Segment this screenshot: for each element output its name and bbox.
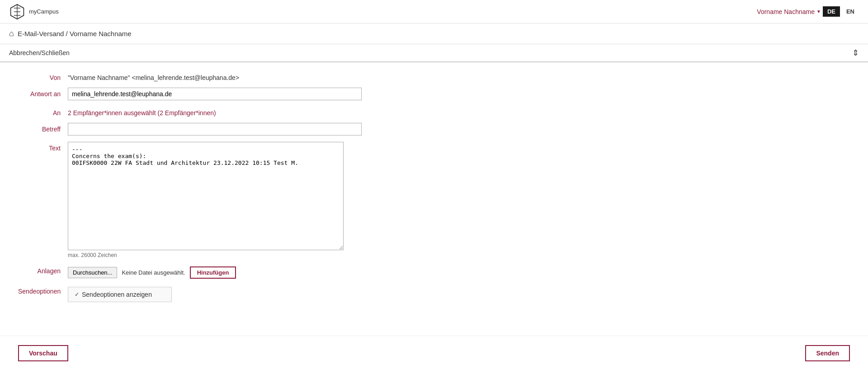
antwort-input[interactable] bbox=[68, 88, 362, 100]
bottom-actions: Vorschau Senden bbox=[0, 336, 868, 369]
chevron-down-icon: ✓ bbox=[75, 291, 79, 298]
brand-text: myCampus bbox=[29, 8, 59, 15]
sendeoptionen-wrapper: ✓ Sendeoptionen anzeigen bbox=[68, 285, 172, 302]
resize-icon[interactable]: ⇕ bbox=[852, 48, 859, 58]
sendeoptionen-toggle-button[interactable]: ✓ Sendeoptionen anzeigen bbox=[68, 287, 172, 302]
betreff-input[interactable] bbox=[68, 123, 362, 135]
brand: myCampus bbox=[9, 4, 59, 20]
breadcrumb-sub: Vorname Nachname bbox=[70, 30, 132, 37]
user-name-dropdown[interactable]: Vorname Nachname ▼ bbox=[757, 8, 821, 15]
hinzufugen-button[interactable]: Hinzufügen bbox=[190, 266, 236, 279]
betreff-row: Betreff bbox=[18, 123, 687, 135]
senden-button[interactable]: Senden bbox=[805, 345, 850, 361]
an-row: An 2 Empfänger*innen ausgewählt (2 Empfä… bbox=[18, 107, 687, 117]
char-limit: max. 26000 Zeichen bbox=[68, 252, 344, 258]
an-label: An bbox=[18, 107, 68, 117]
action-bar: Abbrechen/Schließen ⇕ bbox=[0, 44, 868, 62]
text-textarea[interactable]: --- Concerns the exam(s): 00IFSK0000 22W… bbox=[68, 142, 344, 250]
von-label: Von bbox=[18, 71, 68, 81]
text-label: Text bbox=[18, 142, 68, 152]
text-area-wrapper: --- Concerns the exam(s): 00IFSK0000 22W… bbox=[68, 142, 344, 258]
von-value: "Vorname Nachname" <melina_lehrende.test… bbox=[68, 71, 239, 81]
cancel-link[interactable]: Abbrechen/Schließen bbox=[9, 49, 70, 56]
antwort-row: Antwort an bbox=[18, 88, 687, 100]
no-file-text: Keine Datei ausgewählt. bbox=[122, 269, 185, 276]
anlagen-label: Anlagen bbox=[18, 265, 68, 275]
user-name-text: Vorname Nachname bbox=[757, 8, 815, 15]
von-row: Von "Vorname Nachname" <melina_lehrende.… bbox=[18, 71, 687, 81]
sendeoptionen-row: Sendeoptionen ✓ Sendeoptionen anzeigen bbox=[18, 285, 687, 302]
sendeoptionen-label: Sendeoptionen bbox=[18, 285, 68, 295]
sendeoptionen-toggle-label: Sendeoptionen anzeigen bbox=[82, 291, 152, 298]
caret-icon: ▼ bbox=[816, 9, 821, 14]
home-icon[interactable]: ⌂ bbox=[9, 29, 14, 38]
betreff-label: Betreff bbox=[18, 123, 68, 133]
anlagen-row: Anlagen Durchsuchen... Keine Datei ausge… bbox=[18, 265, 687, 279]
breadcrumb-separator: / bbox=[66, 30, 70, 37]
anlagen-controls: Durchsuchen... Keine Datei ausgewählt. H… bbox=[68, 265, 236, 279]
recipients-link[interactable]: 2 Empfänger*innen ausgewählt (2 Empfänge… bbox=[68, 107, 216, 117]
antwort-label: Antwort an bbox=[18, 88, 68, 98]
breadcrumb-bar: ⌂ E-Mail-Versand / Vorname Nachname bbox=[0, 23, 868, 44]
email-form: Von "Vorname Nachname" <melina_lehrende.… bbox=[0, 62, 705, 327]
text-row: Text --- Concerns the exam(s): 00IFSK000… bbox=[18, 142, 687, 258]
lang-en-button[interactable]: EN bbox=[842, 6, 859, 17]
navbar-right: Vorname Nachname ▼ DE EN bbox=[757, 6, 859, 17]
vorschau-button[interactable]: Vorschau bbox=[18, 345, 68, 361]
navbar: myCampus Vorname Nachname ▼ DE EN bbox=[0, 0, 868, 23]
breadcrumb-page: E-Mail-Versand bbox=[18, 30, 64, 37]
browse-button[interactable]: Durchsuchen... bbox=[68, 267, 117, 278]
breadcrumb: E-Mail-Versand / Vorname Nachname bbox=[18, 30, 132, 37]
lang-de-button[interactable]: DE bbox=[823, 6, 840, 17]
logo-icon bbox=[9, 4, 25, 20]
